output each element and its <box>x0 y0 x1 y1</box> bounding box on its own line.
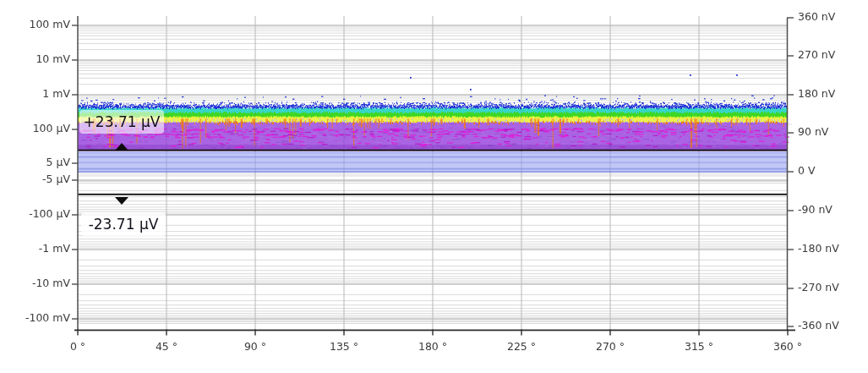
left-axis-tick-label: 1 mV <box>0 89 70 100</box>
left-axis-tick-label: -5 µV <box>0 174 70 185</box>
right-axis-tick-label: 90 nV <box>798 127 828 138</box>
x-axis-tick-label: 45 ° <box>139 342 194 353</box>
right-axis-tick-label: 180 nV <box>798 89 835 100</box>
right-axis-tick-label: -270 nV <box>798 282 839 293</box>
x-axis-tick-label: 225 ° <box>494 342 549 353</box>
lower-cursor-value-label[interactable]: -23.71 µV <box>81 212 166 236</box>
x-axis-tick-label: 135 ° <box>317 342 371 353</box>
right-axis-tick-label: 360 nV <box>798 12 835 23</box>
upper-cursor-value-label[interactable]: +23.71 µV <box>79 110 164 134</box>
noise-vs-phase-chart: 100 mV10 mV1 mV100 µV5 µV-5 µV-100 µV-1 … <box>0 0 868 373</box>
upper-cursor-triangle-handle[interactable] <box>115 143 128 151</box>
left-axis-tick-label: 5 µV <box>0 157 70 168</box>
x-axis-tick-label: 360 ° <box>761 342 815 353</box>
left-axis-tick-label: -100 µV <box>0 209 70 220</box>
left-axis-tick-label: 100 µV <box>0 123 70 134</box>
x-axis-tick-label: 315 ° <box>672 342 726 353</box>
left-axis-tick-label: 10 mV <box>0 54 70 65</box>
plot-canvas[interactable] <box>0 0 868 373</box>
right-axis-tick-label: 270 nV <box>798 50 835 61</box>
right-axis-tick-label: -90 nV <box>798 205 833 216</box>
right-axis-tick-label: -180 nV <box>798 244 839 255</box>
x-axis-tick-label: 180 ° <box>406 342 460 353</box>
x-axis-tick-label: 0 ° <box>51 342 105 353</box>
x-axis-tick-label: 90 ° <box>228 342 282 353</box>
x-axis-tick-label: 270 ° <box>583 342 637 353</box>
right-axis-tick-label: -360 nV <box>798 321 839 332</box>
lower-cursor-triangle-handle[interactable] <box>115 197 128 205</box>
left-axis-tick-label: -10 mV <box>0 278 70 289</box>
left-axis-tick-label: -100 mV <box>0 313 70 324</box>
left-axis-tick-label: -1 mV <box>0 244 70 255</box>
right-axis-tick-label: 0 V <box>798 166 815 177</box>
left-axis-tick-label: 100 mV <box>0 19 70 30</box>
